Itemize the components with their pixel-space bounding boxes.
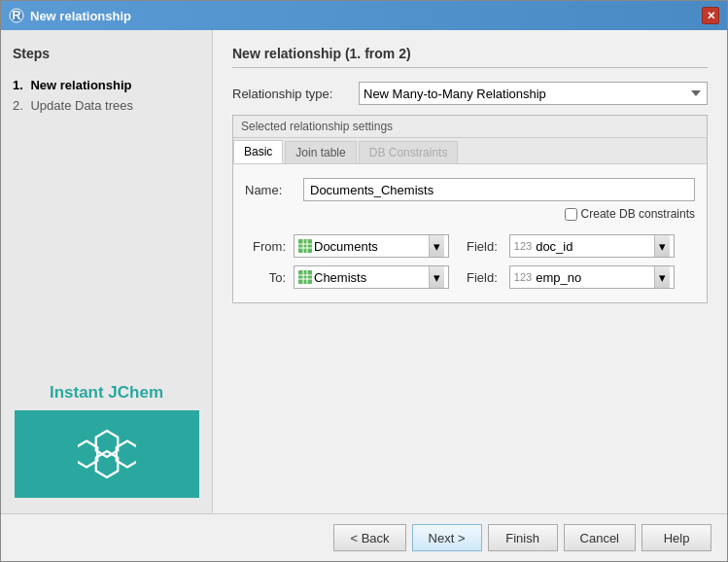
brand-name: Instant JChem xyxy=(50,383,163,403)
step-1: 1. New relationship xyxy=(13,75,200,95)
sidebar-title: Steps xyxy=(13,46,200,61)
svg-marker-4 xyxy=(78,441,97,468)
name-label: Name: xyxy=(245,183,303,197)
tab-content-basic: Name: Create DB constraints From: xyxy=(233,164,707,302)
name-input[interactable] xyxy=(303,178,695,201)
svg-marker-5 xyxy=(116,441,135,468)
help-button[interactable]: Help xyxy=(641,524,711,551)
to-select[interactable]: Chemists xyxy=(314,266,427,288)
from-field-select[interactable]: doc_id xyxy=(536,235,652,257)
tabs: Basic Join table DB Constraints xyxy=(233,138,707,164)
to-field-select-wrapper: 123 emp_no ▾ xyxy=(509,265,675,289)
dialog-icon: R xyxy=(9,8,24,23)
sidebar-brand: Instant JChem xyxy=(13,383,200,498)
honeycomb-icon xyxy=(78,425,136,483)
dialog-title: New relationship xyxy=(30,9,131,23)
from-label: From: xyxy=(245,239,286,254)
settings-group: Selected relationship settings Basic Joi… xyxy=(232,115,708,303)
to-select-wrapper: Chemists ▾ xyxy=(294,265,449,289)
new-relationship-dialog: R New relationship ✕ Steps 1. New relati… xyxy=(0,0,728,562)
settings-group-title: Selected relationship settings xyxy=(233,116,707,138)
cancel-button[interactable]: Cancel xyxy=(564,524,636,551)
from-field-label: Field: xyxy=(467,239,498,254)
from-to-section: From: Documents xyxy=(245,234,695,289)
to-field-select[interactable]: emp_no xyxy=(536,266,652,288)
finish-button[interactable]: Finish xyxy=(488,524,558,551)
back-button[interactable]: < Back xyxy=(333,524,405,551)
svg-marker-3 xyxy=(95,451,118,477)
step-2-number: 2. xyxy=(13,98,23,113)
step-1-label: New relationship xyxy=(30,78,131,92)
to-table-icon xyxy=(298,270,312,284)
step-2: 2. Update Data trees xyxy=(13,95,200,116)
from-select-wrapper: Documents ▾ xyxy=(294,234,449,258)
steps-list: 1. New relationship 2. Update Data trees xyxy=(13,75,200,116)
sidebar: Steps 1. New relationship 2. Update Data… xyxy=(1,30,213,513)
to-field-label: Field: xyxy=(467,270,498,285)
to-field-badge: 123 xyxy=(514,271,532,283)
tab-join-table[interactable]: Join table xyxy=(285,141,356,163)
svg-text:R: R xyxy=(12,8,21,22)
from-field-select-wrapper: 123 doc_id ▾ xyxy=(509,234,675,258)
svg-rect-11 xyxy=(298,270,312,284)
title-bar: R New relationship ✕ xyxy=(1,1,727,30)
close-button[interactable]: ✕ xyxy=(702,7,719,24)
from-select[interactable]: Documents xyxy=(314,235,427,257)
dialog-footer: < Back Next > Finish Cancel Help xyxy=(1,513,727,561)
from-table-icon xyxy=(298,239,312,253)
to-row: To: Chemists xyxy=(245,265,695,289)
from-field-badge: 123 xyxy=(514,240,532,252)
step-1-number: 1. xyxy=(13,78,23,92)
create-db-label: Create DB constraints xyxy=(581,207,695,221)
create-db-checkbox[interactable] xyxy=(565,208,577,221)
title-bar-left: R New relationship xyxy=(9,8,131,23)
brand-icon-box xyxy=(15,410,199,498)
svg-rect-6 xyxy=(298,239,312,253)
tab-basic[interactable]: Basic xyxy=(233,140,283,163)
to-label: To: xyxy=(245,270,286,285)
dialog-body: Steps 1. New relationship 2. Update Data… xyxy=(1,30,727,513)
relationship-type-select[interactable]: New Many-to-Many Relationship xyxy=(359,82,708,105)
next-button[interactable]: Next > xyxy=(412,524,482,551)
tab-db-constraints: DB Constraints xyxy=(359,141,459,163)
to-field-dropdown-btn[interactable]: ▾ xyxy=(654,266,670,288)
relationship-type-row: Relationship type: New Many-to-Many Rela… xyxy=(232,82,708,105)
main-content: New relationship (1. from 2) Relationshi… xyxy=(213,30,727,513)
relationship-type-label: Relationship type: xyxy=(232,87,359,101)
from-dropdown-btn[interactable]: ▾ xyxy=(429,235,444,257)
from-row: From: Documents xyxy=(245,234,695,258)
create-db-row: Create DB constraints xyxy=(245,207,695,221)
name-row: Name: xyxy=(245,178,695,201)
main-title: New relationship (1. from 2) xyxy=(232,46,708,68)
step-2-label: Update Data trees xyxy=(30,98,133,113)
from-field-dropdown-btn[interactable]: ▾ xyxy=(654,235,670,257)
to-dropdown-btn[interactable]: ▾ xyxy=(429,266,444,288)
svg-marker-2 xyxy=(95,431,118,457)
